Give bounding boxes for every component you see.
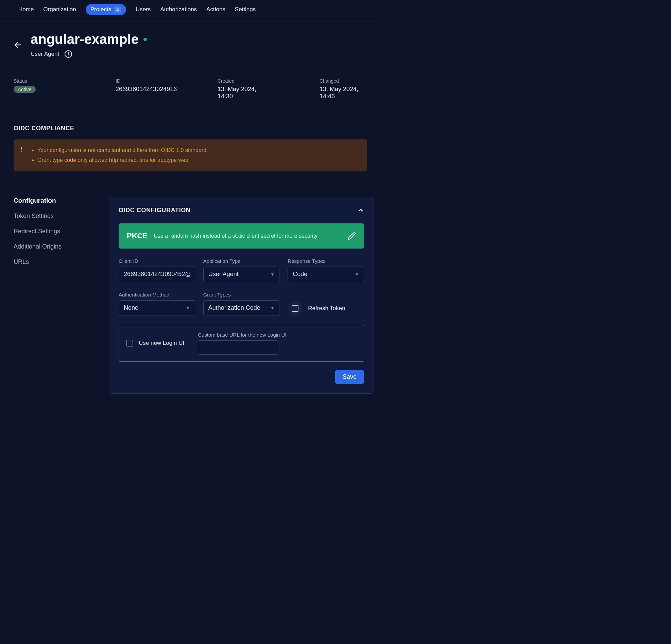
config-sidebar: Configuration Token Settings Redirect Se… <box>14 197 99 266</box>
chevron-down-icon: ▼ <box>186 306 190 311</box>
meta-id-value: 266938014243024916 <box>116 86 170 93</box>
collapse-button[interactable] <box>357 207 364 214</box>
compliance-warning-list: Your configuration is not compliant and … <box>31 146 208 165</box>
response-types-value: Code <box>293 271 307 278</box>
card-title: OIDC CONFIGURATION <box>119 207 190 214</box>
nav-actions[interactable]: Actions <box>206 6 225 13</box>
refresh-token-field: Refresh Token <box>288 292 364 316</box>
custom-base-url-label: Custom base URL for the new Login UI <box>198 332 286 338</box>
response-types-label: Response Types <box>288 258 364 264</box>
pkce-title: PKCE <box>127 231 148 240</box>
auth-method-value: None <box>124 304 138 312</box>
chevron-down-icon: ▼ <box>270 306 274 311</box>
client-id-input[interactable] <box>119 267 195 282</box>
nav-projects-badge: 4 <box>114 7 121 13</box>
checkbox-icon <box>292 305 299 312</box>
nav-settings[interactable]: Settings <box>235 6 256 13</box>
status-badge: Active <box>14 86 36 93</box>
response-types-field: Response Types Code ▼ <box>288 258 364 282</box>
meta-row: Status Active ID 266938014243024916 Crea… <box>0 68 381 115</box>
page-header: angular-example User Agent i <box>0 22 381 68</box>
refresh-token-checkbox[interactable] <box>288 301 303 316</box>
auth-method-field: Authentication Method None ▼ <box>119 292 195 316</box>
meta-changed-label: Changed <box>319 78 374 84</box>
compliance-warning: ! Your configuration is not compliant an… <box>14 139 367 172</box>
nav-users[interactable]: Users <box>136 6 151 13</box>
grant-types-select[interactable]: Authorization Code ▼ <box>203 300 280 316</box>
compliance-warning-item: Your configuration is not compliant and … <box>37 146 208 155</box>
application-type-value: User Agent <box>208 271 239 278</box>
nav-projects-label: Projects <box>90 6 111 13</box>
client-id-label: Client ID <box>119 258 195 264</box>
use-new-login-checkbox[interactable] <box>126 340 133 346</box>
arrow-left-icon <box>14 40 23 49</box>
sidebar-item-configuration[interactable]: Configuration <box>14 197 99 204</box>
sidebar-item-token-settings[interactable]: Token Settings <box>14 213 99 220</box>
status-dot-icon <box>143 38 147 41</box>
meta-created: Created 13. May 2024, 14:30 <box>217 78 272 100</box>
meta-created-label: Created <box>217 78 272 84</box>
pkce-banner: PKCE Use a random hash instead of a stat… <box>119 223 364 249</box>
page-subtitle: User Agent <box>30 51 59 58</box>
response-types-select[interactable]: Code ▼ <box>288 267 364 282</box>
pencil-icon <box>348 232 356 240</box>
compliance-title: OIDC COMPLIANCE <box>14 125 367 132</box>
refresh-token-label: Refresh Token <box>308 305 345 312</box>
chevron-down-icon: ▼ <box>355 272 359 277</box>
custom-base-url-input[interactable] <box>198 340 278 355</box>
pkce-edit-button[interactable] <box>348 232 356 240</box>
meta-id-label: ID <box>116 78 170 84</box>
meta-status-label: Status <box>14 78 68 84</box>
sidebar-item-urls[interactable]: URLs <box>14 258 99 266</box>
warning-icon: ! <box>21 146 23 153</box>
use-new-login-label: Use new Login UI <box>139 340 184 346</box>
meta-changed: Changed 13. May 2024, 14:46 <box>319 78 374 100</box>
oidc-config-card: OIDC CONFIGURATION PKCE Use a random has… <box>109 197 374 394</box>
nav-home[interactable]: Home <box>18 6 34 13</box>
auth-method-select[interactable]: None ▼ <box>119 300 195 316</box>
grant-types-field: Grant Types Authorization Code ▼ <box>203 292 280 316</box>
nav-organization[interactable]: Organization <box>43 6 76 13</box>
meta-changed-value: 13. May 2024, 14:46 <box>319 86 374 100</box>
meta-created-value: 13. May 2024, 14:30 <box>217 86 272 100</box>
grant-types-label: Grant Types <box>203 292 280 298</box>
new-login-ui-box: Use new Login UI Custom base URL for the… <box>119 325 364 362</box>
page-title: angular-example <box>30 31 139 47</box>
info-icon[interactable]: i <box>65 50 72 58</box>
save-button[interactable]: Save <box>335 370 364 384</box>
sidebar-item-redirect-settings[interactable]: Redirect Settings <box>14 228 99 235</box>
oidc-compliance-section: OIDC COMPLIANCE ! Your configuration is … <box>0 115 381 177</box>
grant-types-value: Authorization Code <box>208 304 261 312</box>
nav-projects[interactable]: Projects 4 <box>86 4 126 15</box>
pkce-description: Use a random hash instead of a static cl… <box>154 233 342 239</box>
application-type-select[interactable]: User Agent ▼ <box>203 267 280 282</box>
chevron-up-icon <box>357 207 364 214</box>
client-id-field: Client ID <box>119 258 195 282</box>
top-nav: Home Organization Projects 4 Users Autho… <box>0 0 381 22</box>
meta-status: Status Active <box>14 78 68 100</box>
meta-id: ID 266938014243024916 <box>116 78 170 100</box>
auth-method-label: Authentication Method <box>119 292 195 298</box>
back-button[interactable] <box>14 40 23 49</box>
nav-authorizations[interactable]: Authorizations <box>160 6 197 13</box>
chevron-down-icon: ▼ <box>270 272 274 277</box>
compliance-warning-item: Grant type code only allowed http redire… <box>37 155 208 165</box>
sidebar-item-additional-origins[interactable]: Additional Origins <box>14 243 99 250</box>
application-type-field: Application Type User Agent ▼ <box>203 258 280 282</box>
application-type-label: Application Type <box>203 258 280 264</box>
